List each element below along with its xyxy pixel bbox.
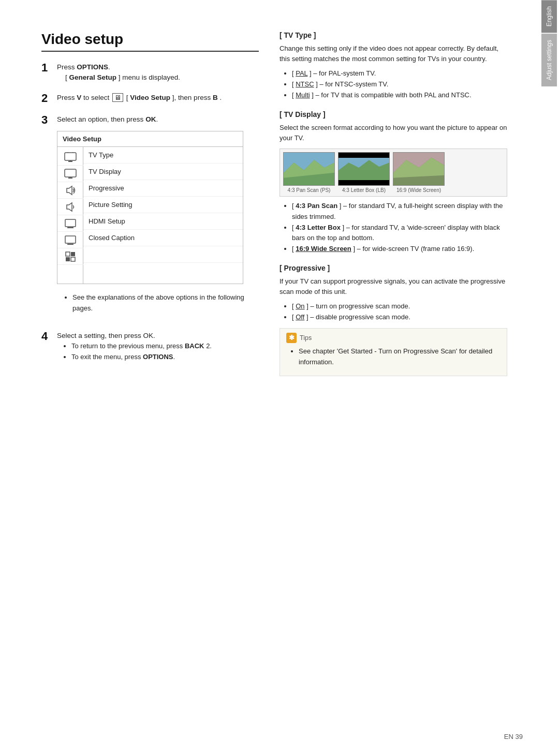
- setup-table-body: TV Type TV Display Progressive Picture S…: [57, 147, 243, 284]
- step-3-number: 3: [41, 113, 57, 127]
- setup-table-rows: TV Type TV Display Progressive Picture S…: [83, 147, 243, 284]
- table-row-empty-1: [83, 246, 243, 263]
- step-4-number: 4: [41, 330, 57, 343]
- icon-tv-display: [57, 166, 83, 182]
- table-row-picture-setting: Picture Setting: [83, 197, 243, 213]
- tv-display-images: 4:3 Pan Scan (PS) 4:3 Letter Box (LB): [280, 149, 507, 197]
- step-4-text: Select a setting, then press OK.: [57, 332, 155, 339]
- svg-rect-10: [65, 219, 76, 227]
- icon-tv-type: [57, 149, 83, 166]
- right-column: [ TV Type ] Change this setting only if …: [280, 31, 507, 725]
- step-1-content: Press OPTIONS. [ General Setup ] menu is…: [57, 62, 259, 83]
- tv-screen-lb-label: 4:3 Letter Box (LB): [338, 187, 390, 193]
- section-title-tv-type: [ TV Type ]: [280, 31, 507, 39]
- tv-screen-ps-img: [283, 152, 335, 186]
- tv-type-bullets: [ PAL ] – for PAL-system TV. [ NTSC ] – …: [292, 68, 507, 100]
- tv-display-letter-box: [ 4:3 Letter Box ] – for standard TV, a …: [292, 223, 507, 244]
- svg-rect-13: [67, 244, 73, 245]
- setup-table: Video Setup: [57, 131, 243, 285]
- setup-table-icons: [57, 147, 83, 284]
- tv-screen-ws-label: 16:9 (Wide Screen): [393, 187, 445, 193]
- tv-screen-ws: 16:9 (Wide Screen): [393, 152, 445, 193]
- table-row-progressive: Progressive: [83, 180, 243, 197]
- tips-bullet-1: See chapter 'Get Started - Turn on Progr…: [299, 346, 501, 368]
- page-footer: EN 39: [504, 733, 523, 740]
- tv-type-multi: [ Multi ] – for TV that is compatible wi…: [292, 90, 507, 101]
- progressive-bullets: [ On ] – turn on progressive scan mode. …: [292, 301, 507, 323]
- table-row-tv-type: TV Type: [83, 147, 243, 164]
- svg-rect-0: [65, 153, 76, 160]
- svg-rect-12: [65, 236, 76, 243]
- step-2-number: 2: [41, 92, 57, 105]
- tv-type-pal: [ PAL ] – for PAL-system TV.: [292, 68, 507, 79]
- svg-rect-5: [65, 169, 76, 177]
- icon-hdmi-setup: [57, 215, 83, 232]
- svg-rect-17: [71, 257, 75, 261]
- svg-rect-1: [68, 161, 72, 162]
- table-row-closed-caption: Closed Caption: [83, 230, 243, 246]
- table-row-empty-2: [83, 263, 243, 279]
- step-4-bullet-2: To exit the menu, press OPTIONS.: [71, 352, 259, 363]
- tv-type-ntsc: [ NTSC ] – for NTSC-system TV.: [292, 79, 507, 90]
- table-row-tv-display: TV Display: [83, 164, 243, 180]
- setup-table-header: Video Setup: [57, 131, 243, 147]
- tv-screen-lb: 4:3 Letter Box (LB): [338, 152, 390, 193]
- step-2: 2 Press V to select 🖥 [ Video Setup ], t…: [41, 93, 259, 105]
- section-title-tv-display: [ TV Display ]: [280, 110, 507, 118]
- progressive-off: [ Off ] – disable progressive scan mode.: [292, 312, 507, 323]
- tips-label: Tips: [300, 334, 312, 342]
- tips-icon: ✱: [286, 333, 297, 343]
- side-tab-adjust-settings[interactable]: Adjust settings: [541, 34, 557, 86]
- step-1: 1 Press OPTIONS. [ General Setup ] menu …: [41, 62, 259, 83]
- section-text-progressive: If your TV can support progressive signa…: [280, 276, 507, 297]
- step-1-subtext: [ General Setup ] menu is displayed.: [65, 73, 180, 81]
- icon-empty: [57, 265, 83, 281]
- page-container: English Adjust settings Video setup 1 Pr…: [0, 0, 559, 756]
- step-4-content: Select a setting, then press OK. To retu…: [57, 331, 259, 370]
- section-title-progressive: [ Progressive ]: [280, 264, 507, 272]
- step-1-number: 1: [41, 61, 57, 75]
- step-3: 3 Select an option, then press OK. Video…: [41, 114, 259, 321]
- side-tabs: English Adjust settings: [539, 0, 559, 756]
- side-tab-english[interactable]: English: [541, 0, 557, 33]
- tv-screen-ps-label: 4:3 Pan Scan (PS): [283, 187, 335, 193]
- page-title: Video setup: [41, 31, 259, 52]
- step-2-content: Press V to select 🖥 [ Video Setup ], the…: [57, 93, 259, 103]
- icon-progressive: [57, 182, 83, 199]
- left-column: Video setup 1 Press OPTIONS. [ General S…: [41, 31, 259, 725]
- step-4: 4 Select a setting, then press OK. To re…: [41, 331, 259, 370]
- table-row-hdmi-setup: HDMI Setup: [83, 213, 243, 230]
- content-area: Video setup 1 Press OPTIONS. [ General S…: [41, 31, 528, 725]
- tv-display-wide-screen: [ 16:9 Wide Screen ] – for wide-screen T…: [292, 244, 507, 255]
- step-4-bullets: To return to the previous menu, press BA…: [71, 341, 259, 363]
- step-3-bullet-1: See the explanations of the above option…: [72, 292, 259, 314]
- tips-box: ✱ Tips See chapter 'Get Started - Turn o…: [280, 328, 507, 377]
- tips-header: ✱ Tips: [286, 333, 501, 343]
- tv-display-bullets: [ 4:3 Pan Scan ] – for standard TV, a fu…: [292, 201, 507, 255]
- tv-display-pan-scan: [ 4:3 Pan Scan ] – for standard TV, a fu…: [292, 201, 507, 223]
- icon-closed-caption: [57, 232, 83, 248]
- tips-bullets: See chapter 'Get Started - Turn on Progr…: [299, 346, 501, 368]
- svg-rect-16: [66, 257, 70, 261]
- tv-screen-ws-img: [393, 152, 445, 186]
- tv-screen-ps: 4:3 Pan Scan (PS): [283, 152, 335, 193]
- tv-screen-lb-img: [338, 152, 390, 186]
- section-text-tv-display: Select the screen format according to ho…: [280, 123, 507, 143]
- step-1-options: OPTIONS: [77, 63, 108, 71]
- icon-grid-1: [57, 248, 83, 265]
- svg-rect-15: [71, 252, 75, 256]
- svg-rect-6: [68, 177, 72, 179]
- icon-picture-setting: [57, 199, 83, 215]
- step-3-content: Select an option, then press OK. Video S…: [57, 114, 259, 321]
- svg-marker-8: [67, 186, 72, 195]
- svg-marker-9: [67, 203, 72, 211]
- step-4-bullet-1: To return to the previous menu, press BA…: [71, 341, 259, 352]
- progressive-on: [ On ] – turn on progressive scan mode.: [292, 301, 507, 312]
- svg-rect-11: [67, 227, 73, 228]
- svg-rect-14: [66, 252, 70, 256]
- section-text-tv-type: Change this setting only if the video do…: [280, 43, 507, 64]
- step-3-bullets: See the explanations of the above option…: [72, 292, 259, 314]
